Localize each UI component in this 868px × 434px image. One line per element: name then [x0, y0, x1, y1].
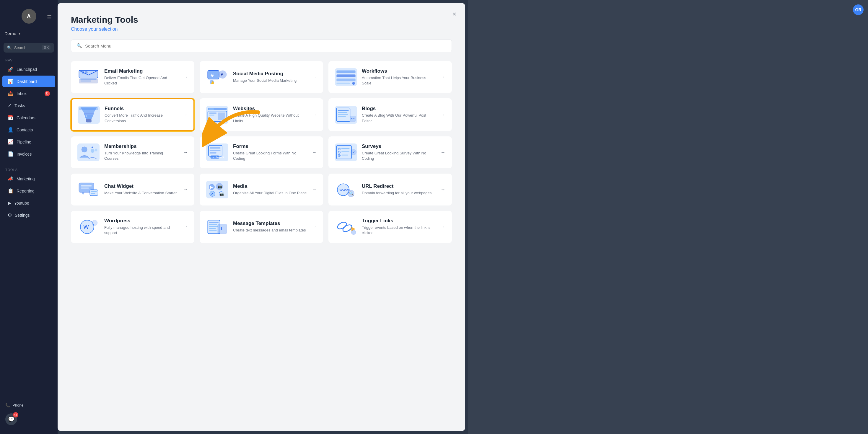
nav-section-label: Nav	[0, 55, 58, 63]
svg-rect-44	[210, 150, 221, 151]
phone-item[interactable]: 📞 Phone	[0, 400, 58, 410]
tool-desc-media: Organize All Your Digital Files In One P…	[233, 190, 307, 196]
tool-card-workflows[interactable]: Workflows Automation That Helps Your Bus…	[329, 61, 452, 93]
tool-desc-funnels: Convert More Traffic And Increase Conver…	[104, 113, 178, 123]
sidebar-item-label: Launchpad	[17, 67, 37, 72]
svg-text:✏: ✏	[351, 116, 355, 121]
message-templates-icon: T	[206, 218, 228, 236]
search-label: Search	[14, 45, 26, 50]
svg-rect-63	[90, 190, 98, 195]
svg-rect-3	[80, 79, 97, 80]
phone-label: Phone	[12, 403, 24, 407]
sidebar-item-contacts[interactable]: 👤 Contacts	[2, 124, 55, 135]
svg-rect-14	[336, 70, 355, 73]
tool-info-email-marketing: Email Marketing Deliver Emails That Get …	[104, 68, 178, 86]
tool-card-email-marketing[interactable]: Email Marketing Deliver Emails That Get …	[71, 61, 194, 93]
tool-arrow-forms: →	[312, 150, 317, 155]
tool-name-message-templates: Message Templates	[233, 221, 307, 226]
sidebar-item-pipeline[interactable]: 📈 Pipeline	[2, 136, 55, 148]
sidebar-item-invoices[interactable]: 📄 Invoices	[2, 148, 55, 160]
tool-card-social-media-posting[interactable]: # ♥ 👍 Social Media Posting Manage Your S…	[200, 61, 323, 93]
tool-card-chat-widget[interactable]: Chat Widget Make Your Website A Conversa…	[71, 174, 194, 206]
sidebar-item-dashboard[interactable]: 📊 Dashboard	[2, 75, 55, 87]
tool-arrow-wordpress: →	[183, 224, 188, 229]
sidebar-item-marketing[interactable]: 📣 Marketing	[2, 173, 55, 185]
right-avatar-badge: GR	[853, 4, 864, 15]
tools-section-label: Tools	[0, 164, 58, 173]
sidebar-item-launchpad[interactable]: 🚀 Launchpad	[2, 63, 55, 75]
sidebar-item-label: Invoices	[17, 152, 32, 156]
svg-text:↑↓: ↑↓	[84, 114, 87, 117]
sidebar-item-label: Marketing	[17, 177, 35, 181]
svg-point-92	[351, 230, 356, 235]
svg-rect-65	[91, 193, 95, 194]
svg-rect-28	[209, 113, 217, 114]
phone-icon: 📞	[5, 403, 10, 407]
contacts-icon: 👤	[8, 127, 13, 132]
tool-card-message-templates[interactable]: T Message Templates Create text messages…	[200, 211, 323, 243]
svg-text:♥: ♥	[221, 72, 223, 77]
search-icon: 🔍	[7, 45, 12, 50]
sidebar-item-inbox[interactable]: 📥 Inbox D	[2, 88, 55, 99]
media-icon: ▶ 📷 ↗ 📷	[206, 181, 228, 198]
svg-point-40	[95, 149, 97, 151]
memberships-icon: ★	[78, 144, 99, 161]
tool-card-memberships[interactable]: ★ Memberships Turn Your Knowledge Into T…	[71, 136, 194, 168]
search-menu-bar[interactable]: 🔍	[71, 39, 452, 52]
tool-info-chat-widget: Chat Widget Make Your Website A Conversa…	[104, 183, 178, 196]
tool-info-social-media-posting: Social Media Posting Manage Your Social …	[233, 71, 307, 83]
tool-desc-social-media-posting: Manage Your Social Media Marketing	[233, 78, 307, 83]
trigger-links-icon	[335, 218, 357, 236]
sidebar-item-label: Dashboard	[17, 79, 37, 84]
sidebar-item-tasks[interactable]: ✓ Tasks	[2, 100, 55, 111]
svg-point-50	[339, 149, 340, 150]
tool-card-websites[interactable]: Websites Create A High Quality Website W…	[200, 98, 323, 131]
svg-rect-17	[336, 83, 350, 85]
tool-name-memberships: Memberships	[104, 144, 178, 149]
search-bar[interactable]: 🔍 Search ⌘K	[4, 43, 54, 53]
sidebar-item-label: Settings	[15, 213, 30, 218]
tool-info-media: Media Organize All Your Digital Files In…	[233, 183, 307, 196]
tool-info-trigger-links: Trigger Links Trigger events based on wh…	[362, 218, 436, 236]
svg-rect-23	[86, 119, 91, 122]
tool-card-url-redirect[interactable]: www 🔍 URL Redirect Domain forwarding for…	[329, 174, 452, 206]
reporting-icon: 📋	[8, 188, 13, 194]
sidebar-item-settings[interactable]: ⚙ Settings	[2, 209, 55, 221]
tool-card-funnels[interactable]: ↑↓ Funnels Convert More Traffic And Incr…	[71, 98, 194, 131]
launchpad-icon: 🚀	[8, 66, 13, 72]
marketing-icon: 📣	[8, 176, 13, 182]
svg-rect-64	[91, 191, 97, 192]
tool-desc-chat-widget: Make Your Website A Conversation Starter	[104, 190, 178, 196]
svg-text:#: #	[211, 71, 214, 78]
tool-desc-blogs: Create A Blog With Our Powerful Post Edi…	[362, 113, 436, 123]
tool-card-surveys[interactable]: ✓ Surveys Create Great Looking Survey Wi…	[329, 136, 452, 168]
tool-arrow-funnels: →	[183, 112, 188, 118]
tool-card-media[interactable]: ▶ 📷 ↗ 📷 Media Organize All Your Digital …	[200, 174, 323, 206]
sidebar-item-reporting[interactable]: 📋 Reporting	[2, 185, 55, 197]
svg-rect-83	[209, 224, 217, 225]
search-menu-input[interactable]	[85, 43, 446, 49]
tool-card-wordpress[interactable]: W Wordpress Fully managed hosting with s…	[71, 211, 194, 243]
email-marketing-icon	[78, 68, 99, 86]
svg-rect-82	[209, 222, 219, 223]
tool-arrow-url-redirect: →	[441, 187, 445, 192]
tool-card-forms[interactable]: ✓ Submit Forms Create Great Looking Form…	[200, 136, 323, 168]
svg-rect-51	[341, 148, 350, 149]
settings-icon: ⚙	[8, 212, 12, 218]
tool-arrow-workflows: →	[441, 74, 445, 80]
menu-icon[interactable]: ☰	[47, 14, 52, 21]
workspace-selector[interactable]: Demo ▾	[0, 31, 58, 40]
tool-info-memberships: Memberships Turn Your Knowledge Into Tra…	[104, 144, 178, 161]
svg-rect-45	[210, 152, 216, 154]
tool-info-surveys: Surveys Create Great Looking Survey With…	[362, 144, 436, 161]
notifications-item[interactable]: 💬 41	[0, 410, 58, 428]
svg-rect-35	[338, 116, 346, 117]
tool-card-trigger-links[interactable]: Trigger Links Trigger events based on wh…	[329, 211, 452, 243]
svg-text:👍: 👍	[211, 80, 214, 84]
svg-text:▶: ▶	[210, 185, 213, 189]
sidebar-item-calendars[interactable]: 📅 Calendars	[2, 112, 55, 123]
tool-card-blogs[interactable]: ✏ Blogs Create A Blog With Our Powerful …	[329, 98, 452, 131]
close-button[interactable]: ×	[453, 10, 456, 18]
sidebar: A ☰ Demo ▾ 🔍 Search ⌘K Nav 🚀 Launchpad 📊…	[0, 0, 58, 434]
sidebar-item-youtube[interactable]: ▶ Youtube	[2, 197, 55, 209]
